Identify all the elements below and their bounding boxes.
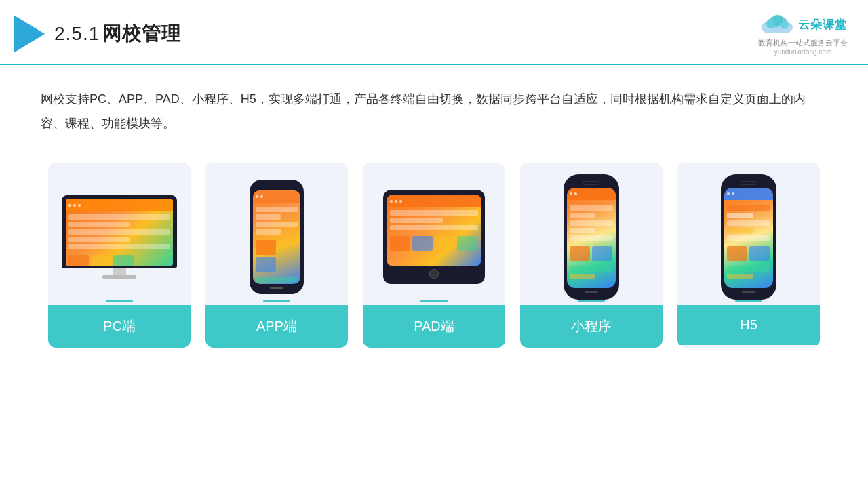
card-h5: H5 (677, 163, 820, 348)
h5-phone-outer (721, 174, 776, 300)
card-pc: PC端 (48, 163, 191, 348)
card-label-miniprogram: 小程序 (520, 305, 663, 348)
header-left: 2.5.1网校管理 (14, 15, 181, 53)
page-header: 2.5.1网校管理 云朵课堂 教育机构一站式服务云平台 yunduoketang… (0, 0, 868, 65)
card-app-image (205, 163, 348, 305)
svg-point-6 (781, 21, 789, 29)
card-miniprogram-image (520, 163, 663, 305)
pc-device-mock (62, 195, 177, 279)
brand-icon-wrap: 云朵课堂 (759, 12, 847, 37)
card-app: APP端 (205, 163, 348, 348)
card-accent-pad (420, 300, 448, 302)
pc-base (102, 275, 136, 279)
card-miniprogram: 小程序 (520, 163, 663, 348)
card-h5-image (677, 163, 820, 305)
logo-triangle-icon (14, 15, 45, 53)
pc-stand (113, 268, 126, 275)
brand-name: 云朵课堂 (798, 17, 847, 33)
mini-phone-outer (564, 174, 619, 300)
brand-logo: 云朵课堂 教育机构一站式服务云平台 yunduoketang.com (758, 12, 848, 56)
mini-phone-home (585, 291, 598, 293)
phone-home-button (270, 287, 283, 289)
h5-phone-home (742, 291, 755, 293)
card-label-app: APP端 (205, 305, 348, 348)
mini-phone-screen (567, 188, 616, 288)
h5-phone-mock (721, 174, 776, 300)
card-accent-pc (106, 300, 133, 302)
brand-tagline: 教育机构一站式服务云平台 (758, 38, 848, 48)
brand-url: yunduoketang.com (774, 48, 832, 56)
pc-screen-outer (62, 195, 177, 268)
card-accent-miniprogram (578, 300, 605, 302)
page-title: 2.5.1网校管理 (54, 21, 181, 47)
card-accent-app (263, 300, 290, 302)
description-text: 网校支持PC、APP、PAD、小程序、H5，实现多端打通，产品各终端自由切换，数… (0, 65, 868, 136)
card-label-pad: PAD端 (363, 305, 505, 348)
device-cards-container: PC端 (0, 136, 868, 348)
h5-phone-screen (724, 188, 773, 288)
card-pad: PAD端 (363, 163, 505, 348)
card-accent-h5 (735, 300, 762, 302)
mini-phone-notch (583, 181, 599, 185)
phone-screen (253, 190, 300, 284)
app-phone-mock (250, 180, 304, 294)
svg-point-5 (766, 19, 776, 28)
tablet-outer (383, 190, 485, 284)
phone-notch (269, 185, 284, 188)
phone-outer (250, 180, 304, 294)
card-label-pc: PC端 (48, 305, 191, 348)
card-pad-image (363, 163, 505, 305)
tablet-mock (383, 190, 485, 284)
tablet-screen (387, 195, 481, 266)
card-pc-image (48, 163, 191, 305)
tablet-home-button (429, 269, 439, 279)
miniprogram-phone-mock (564, 174, 619, 300)
cloud-icon (759, 12, 794, 37)
card-label-h5: H5 (677, 305, 820, 345)
pc-screen-inner (66, 199, 173, 266)
h5-phone-notch (741, 181, 757, 185)
